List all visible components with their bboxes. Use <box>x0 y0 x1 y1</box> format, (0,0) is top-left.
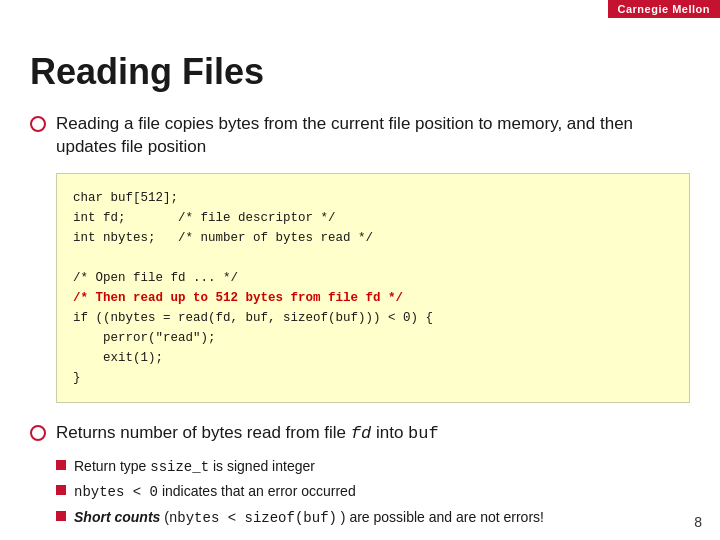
code-comment-3: /* Open file fd ... */ <box>73 271 238 285</box>
bullet-2: Returns number of bytes read from file f… <box>30 421 690 446</box>
code-block: char buf[512]; int fd; /* file descripto… <box>56 173 690 403</box>
brand-header: Carnegie Mellon <box>608 0 720 18</box>
bullet-circle-2 <box>30 425 46 441</box>
sub-bullet-1-text: Return type ssize_t is signed integer <box>74 456 315 477</box>
page-title: Reading Files <box>30 52 690 92</box>
returns-prefix: Returns number of bytes read from file <box>56 423 351 442</box>
returns-fd: fd <box>351 424 371 443</box>
sub-bullet-marker-1 <box>56 460 66 470</box>
bullet-1: Reading a file copies bytes from the cur… <box>30 112 690 160</box>
returns-middle: into <box>371 423 408 442</box>
sub-bullet-1: Return type ssize_t is signed integer <box>56 456 690 477</box>
sub-bullet-marker-3 <box>56 511 66 521</box>
bullet-1-text: Reading a file copies bytes from the cur… <box>56 112 690 160</box>
code-comment-4: /* Then read up to 512 bytes from file f… <box>73 291 403 305</box>
returns-buf: buf <box>408 424 439 443</box>
code-comment-2: /* number of bytes read */ <box>178 231 373 245</box>
sub-bullet-2-text: nbytes < 0 indicates that an error occur… <box>74 481 356 502</box>
bullet-2-text: Returns number of bytes read from file f… <box>56 421 439 446</box>
main-content: Reading Files Reading a file copies byte… <box>0 22 720 540</box>
page-number: 8 <box>694 514 702 530</box>
sub-bullet-3-text: Short counts (nbytes < sizeof(buf) ) are… <box>74 507 544 528</box>
bullet-circle-1 <box>30 116 46 132</box>
sub-bullet-2: nbytes < 0 indicates that an error occur… <box>56 481 690 502</box>
sub-bullet-3: Short counts (nbytes < sizeof(buf) ) are… <box>56 507 690 528</box>
sub-bullet-marker-2 <box>56 485 66 495</box>
sub-bullets-list: Return type ssize_t is signed integer nb… <box>56 456 690 528</box>
code-comment-1: /* file descriptor */ <box>178 211 336 225</box>
